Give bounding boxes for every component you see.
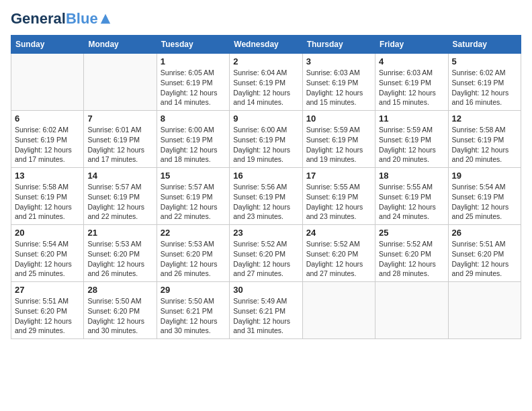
calendar-cell: 26Sunrise: 5:51 AM Sunset: 6:20 PM Dayli… — [448, 225, 521, 282]
week-row-1: 1Sunrise: 6:05 AM Sunset: 6:19 PM Daylig… — [11, 54, 521, 111]
day-number: 6 — [15, 113, 80, 124]
weekday-header-saturday: Saturday — [448, 36, 521, 54]
weekday-header-sunday: Sunday — [11, 36, 84, 54]
weekday-header-thursday: Thursday — [302, 36, 375, 54]
day-number: 16 — [233, 171, 298, 181]
calendar-cell: 1Sunrise: 6:05 AM Sunset: 6:19 PM Daylig… — [157, 54, 229, 111]
logo-icon — [99, 13, 112, 25]
day-number: 1 — [161, 56, 226, 66]
day-info: Sunrise: 5:52 AM Sunset: 6:20 PM Dayligh… — [233, 239, 298, 279]
calendar-cell: 5Sunrise: 6:02 AM Sunset: 6:19 PM Daylig… — [448, 54, 521, 111]
calendar-cell: 19Sunrise: 5:54 AM Sunset: 6:19 PM Dayli… — [448, 168, 521, 225]
calendar-cell: 20Sunrise: 5:54 AM Sunset: 6:20 PM Dayli… — [11, 225, 84, 282]
day-number: 2 — [233, 56, 298, 66]
day-info: Sunrise: 5:59 AM Sunset: 6:19 PM Dayligh… — [379, 125, 444, 165]
calendar-cell: 22Sunrise: 5:53 AM Sunset: 6:20 PM Dayli… — [157, 225, 229, 282]
day-info: Sunrise: 5:51 AM Sunset: 6:20 PM Dayligh… — [452, 239, 517, 279]
calendar-cell — [302, 282, 375, 339]
calendar-cell: 27Sunrise: 5:51 AM Sunset: 6:20 PM Dayli… — [11, 282, 84, 339]
day-number: 25 — [379, 228, 444, 238]
calendar-cell: 12Sunrise: 5:58 AM Sunset: 6:19 PM Dayli… — [448, 111, 521, 168]
day-number: 17 — [306, 171, 371, 181]
day-number: 21 — [87, 228, 152, 238]
day-info: Sunrise: 5:49 AM Sunset: 6:21 PM Dayligh… — [233, 296, 298, 336]
day-number: 29 — [161, 285, 226, 295]
day-number: 27 — [15, 285, 80, 295]
day-number: 10 — [306, 113, 371, 124]
day-info: Sunrise: 5:58 AM Sunset: 6:19 PM Dayligh… — [452, 125, 517, 165]
logo: GeneralBlue — [11, 11, 112, 27]
day-info: Sunrise: 5:57 AM Sunset: 6:19 PM Dayligh… — [87, 182, 152, 222]
calendar-cell: 11Sunrise: 5:59 AM Sunset: 6:19 PM Dayli… — [375, 111, 448, 168]
day-info: Sunrise: 6:03 AM Sunset: 6:19 PM Dayligh… — [306, 68, 371, 107]
weekday-header-tuesday: Tuesday — [157, 36, 229, 54]
calendar-cell: 29Sunrise: 5:50 AM Sunset: 6:21 PM Dayli… — [157, 282, 229, 339]
calendar-cell: 21Sunrise: 5:53 AM Sunset: 6:20 PM Dayli… — [84, 225, 157, 282]
week-row-3: 13Sunrise: 5:58 AM Sunset: 6:19 PM Dayli… — [11, 168, 521, 225]
calendar-cell: 8Sunrise: 6:00 AM Sunset: 6:19 PM Daylig… — [157, 111, 229, 168]
day-info: Sunrise: 6:00 AM Sunset: 6:19 PM Dayligh… — [233, 125, 298, 165]
day-info: Sunrise: 6:04 AM Sunset: 6:19 PM Dayligh… — [233, 68, 298, 107]
day-info: Sunrise: 5:52 AM Sunset: 6:20 PM Dayligh… — [379, 239, 444, 279]
day-number: 3 — [306, 56, 371, 66]
weekday-header-wednesday: Wednesday — [230, 36, 302, 54]
day-info: Sunrise: 6:02 AM Sunset: 6:19 PM Dayligh… — [452, 68, 517, 107]
day-info: Sunrise: 5:54 AM Sunset: 6:20 PM Dayligh… — [15, 239, 80, 279]
day-info: Sunrise: 5:52 AM Sunset: 6:20 PM Dayligh… — [306, 239, 371, 279]
calendar-cell — [11, 54, 84, 111]
day-info: Sunrise: 6:02 AM Sunset: 6:19 PM Dayligh… — [15, 125, 80, 165]
day-number: 13 — [15, 171, 80, 181]
day-number: 23 — [233, 228, 298, 238]
weekday-header-friday: Friday — [375, 36, 448, 54]
svg-marker-0 — [100, 14, 109, 24]
calendar-cell: 28Sunrise: 5:50 AM Sunset: 6:20 PM Dayli… — [84, 282, 157, 339]
calendar-cell — [448, 282, 521, 339]
day-info: Sunrise: 5:55 AM Sunset: 6:19 PM Dayligh… — [379, 182, 444, 222]
day-info: Sunrise: 5:51 AM Sunset: 6:20 PM Dayligh… — [15, 296, 80, 336]
calendar-cell: 25Sunrise: 5:52 AM Sunset: 6:20 PM Dayli… — [375, 225, 448, 282]
calendar-cell: 23Sunrise: 5:52 AM Sunset: 6:20 PM Dayli… — [230, 225, 302, 282]
weekday-header-monday: Monday — [84, 36, 157, 54]
day-info: Sunrise: 5:53 AM Sunset: 6:20 PM Dayligh… — [161, 239, 226, 279]
calendar-cell: 15Sunrise: 5:57 AM Sunset: 6:19 PM Dayli… — [157, 168, 229, 225]
day-number: 5 — [452, 56, 517, 66]
day-number: 14 — [87, 171, 152, 181]
day-info: Sunrise: 5:53 AM Sunset: 6:20 PM Dayligh… — [87, 239, 152, 279]
day-info: Sunrise: 5:50 AM Sunset: 6:20 PM Dayligh… — [87, 296, 152, 336]
day-number: 22 — [161, 228, 226, 238]
day-number: 24 — [306, 228, 371, 238]
calendar-cell: 18Sunrise: 5:55 AM Sunset: 6:19 PM Dayli… — [375, 168, 448, 225]
day-number: 19 — [452, 171, 517, 181]
day-info: Sunrise: 5:55 AM Sunset: 6:19 PM Dayligh… — [306, 182, 371, 222]
calendar-cell: 3Sunrise: 6:03 AM Sunset: 6:19 PM Daylig… — [302, 54, 375, 111]
logo-text: GeneralBlue — [11, 11, 98, 27]
calendar-cell: 2Sunrise: 6:04 AM Sunset: 6:19 PM Daylig… — [230, 54, 302, 111]
calendar-cell: 10Sunrise: 5:59 AM Sunset: 6:19 PM Dayli… — [302, 111, 375, 168]
calendar-table: SundayMondayTuesdayWednesdayThursdayFrid… — [11, 35, 521, 339]
calendar-cell: 4Sunrise: 6:03 AM Sunset: 6:19 PM Daylig… — [375, 54, 448, 111]
day-info: Sunrise: 5:54 AM Sunset: 6:19 PM Dayligh… — [452, 182, 517, 222]
day-number: 15 — [161, 171, 226, 181]
day-number: 30 — [233, 285, 298, 295]
calendar-cell: 30Sunrise: 5:49 AM Sunset: 6:21 PM Dayli… — [230, 282, 302, 339]
day-number: 11 — [379, 113, 444, 124]
day-number: 20 — [15, 228, 80, 238]
day-info: Sunrise: 6:03 AM Sunset: 6:19 PM Dayligh… — [379, 68, 444, 107]
day-info: Sunrise: 5:50 AM Sunset: 6:21 PM Dayligh… — [161, 296, 226, 336]
week-row-2: 6Sunrise: 6:02 AM Sunset: 6:19 PM Daylig… — [11, 111, 521, 168]
week-row-5: 27Sunrise: 5:51 AM Sunset: 6:20 PM Dayli… — [11, 282, 521, 339]
calendar-cell: 24Sunrise: 5:52 AM Sunset: 6:20 PM Dayli… — [302, 225, 375, 282]
page-header: GeneralBlue — [11, 11, 521, 27]
day-number: 12 — [452, 113, 517, 124]
calendar-cell: 14Sunrise: 5:57 AM Sunset: 6:19 PM Dayli… — [84, 168, 157, 225]
day-info: Sunrise: 6:01 AM Sunset: 6:19 PM Dayligh… — [87, 125, 152, 165]
calendar-cell: 7Sunrise: 6:01 AM Sunset: 6:19 PM Daylig… — [84, 111, 157, 168]
calendar-cell — [375, 282, 448, 339]
day-info: Sunrise: 5:58 AM Sunset: 6:19 PM Dayligh… — [15, 182, 80, 222]
day-info: Sunrise: 6:00 AM Sunset: 6:19 PM Dayligh… — [161, 125, 226, 165]
day-number: 7 — [87, 113, 152, 124]
day-info: Sunrise: 5:59 AM Sunset: 6:19 PM Dayligh… — [306, 125, 371, 165]
calendar-cell: 9Sunrise: 6:00 AM Sunset: 6:19 PM Daylig… — [230, 111, 302, 168]
calendar-cell: 13Sunrise: 5:58 AM Sunset: 6:19 PM Dayli… — [11, 168, 84, 225]
calendar-cell — [84, 54, 157, 111]
